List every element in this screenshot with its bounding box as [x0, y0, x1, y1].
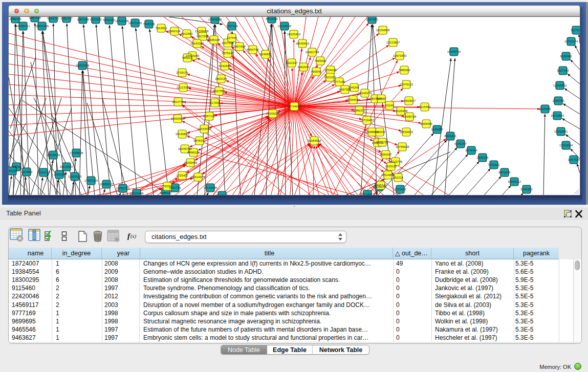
svg-text:2867608: 2867608	[233, 45, 246, 48]
svg-text:1615112: 1615112	[385, 165, 398, 168]
svg-text:16245374: 16245374	[358, 92, 372, 95]
svg-text:1145194: 1145194	[54, 173, 66, 176]
svg-text:9699695: 9699695	[420, 122, 432, 125]
svg-text:1725402: 1725402	[176, 174, 188, 177]
svg-text:12903135: 12903135	[68, 175, 82, 178]
svg-text:20975867: 20975867	[60, 165, 74, 168]
svg-text:19166825: 19166825	[176, 133, 189, 136]
svg-text:8215955: 8215955	[539, 107, 551, 111]
svg-text:7515536: 7515536	[143, 23, 155, 26]
svg-text:8454749: 8454749	[247, 48, 259, 51]
svg-text:1733426: 1733426	[394, 188, 406, 191]
svg-text:(x): (x)	[130, 233, 137, 239]
svg-text:10025438: 10025438	[394, 110, 408, 113]
svg-text:18300295: 18300295	[266, 112, 280, 115]
svg-text:9529966: 9529966	[560, 55, 572, 58]
svg-text:8660124: 8660124	[168, 30, 181, 33]
svg-text:9195141: 9195141	[375, 184, 387, 187]
svg-text:16961758: 16961758	[306, 51, 319, 54]
svg-text:1322037: 1322037	[286, 61, 298, 64]
svg-text:20364436: 20364436	[346, 98, 360, 101]
svg-text:16914479: 16914479	[191, 176, 205, 179]
svg-text:920309: 920309	[375, 130, 385, 134]
svg-text:9327508: 9327508	[222, 41, 234, 45]
svg-text:1440995: 1440995	[431, 128, 443, 131]
svg-text:1483718: 1483718	[29, 17, 41, 19]
svg-text:12213369: 12213369	[177, 86, 190, 89]
svg-text:19716485: 19716485	[204, 186, 217, 189]
svg-text:10719155: 10719155	[115, 19, 129, 23]
svg-text:9146821: 9146821	[259, 53, 272, 56]
svg-text:1117213: 1117213	[571, 29, 580, 32]
svg-text:16648764: 16648764	[447, 50, 461, 53]
svg-text:6379197: 6379197	[454, 142, 467, 145]
svg-text:1244415: 1244415	[552, 99, 564, 102]
svg-text:15692901: 15692901	[554, 130, 568, 133]
svg-text:20891406: 20891406	[35, 25, 49, 28]
svg-text:12093862: 12093862	[553, 84, 567, 87]
svg-text:19654923: 19654923	[400, 130, 413, 134]
svg-text:9084067: 9084067	[380, 153, 392, 156]
svg-text:9227343: 9227343	[557, 69, 569, 72]
svg-text:1072719: 1072719	[376, 141, 388, 144]
svg-text:417006: 417006	[210, 101, 221, 104]
svg-text:13226058: 13226058	[195, 30, 209, 33]
svg-text:15751074: 15751074	[564, 40, 578, 43]
svg-text:1087319: 1087319	[77, 18, 89, 21]
svg-text:8938923: 8938923	[444, 135, 456, 138]
svg-text:9327503: 9327503	[197, 35, 209, 38]
svg-text:9245652: 9245652	[520, 188, 533, 191]
svg-text:3875645: 3875645	[222, 52, 234, 55]
svg-text:1167534: 1167534	[568, 158, 580, 161]
svg-text:9088217: 9088217	[160, 191, 172, 194]
svg-text:16210643: 16210643	[551, 114, 564, 117]
svg-text:7485063: 7485063	[398, 69, 410, 72]
svg-text:8471676: 8471676	[498, 171, 511, 174]
svg-text:10756928: 10756928	[396, 145, 409, 148]
svg-text:7663822: 7663822	[155, 27, 167, 30]
svg-text:1421022: 1421022	[324, 76, 336, 79]
svg-text:17016504: 17016504	[559, 144, 573, 147]
svg-text:19384554: 19384554	[308, 139, 321, 142]
svg-text:16154808: 16154808	[376, 29, 390, 32]
svg-text:2803144: 2803144	[215, 77, 227, 80]
svg-text:7955812: 7955812	[314, 59, 326, 62]
svg-text:9242848: 9242848	[219, 64, 231, 68]
svg-text:8912954: 8912954	[181, 32, 193, 35]
svg-text:2087682: 2087682	[366, 18, 378, 21]
svg-text:16053809: 16053809	[208, 18, 222, 21]
svg-text:1115682: 1115682	[21, 170, 33, 173]
svg-text:8813054: 8813054	[266, 17, 278, 20]
svg-text:10973493: 10973493	[393, 54, 407, 57]
svg-text:19218506: 19218506	[278, 25, 292, 28]
svg-text:12342737: 12342737	[37, 171, 51, 174]
svg-text:8562113: 8562113	[216, 194, 229, 195]
svg-text:10224817: 10224817	[361, 193, 375, 195]
svg-text:12323468: 12323468	[130, 192, 144, 195]
svg-text:9474444: 9474444	[465, 149, 477, 152]
svg-text:39154: 39154	[9, 169, 17, 172]
svg-text:252214: 252214	[393, 176, 404, 179]
svg-text:735061: 735061	[11, 165, 22, 168]
svg-text:16325419: 16325419	[287, 33, 301, 36]
svg-text:10654983: 10654983	[171, 117, 185, 120]
svg-text:9193712: 9193712	[47, 17, 59, 20]
svg-text:1810755: 1810755	[172, 100, 184, 103]
svg-text:16782759: 16782759	[116, 187, 130, 190]
svg-text:7357224: 7357224	[226, 25, 238, 28]
svg-text:20053346: 20053346	[76, 64, 90, 67]
svg-text:8267130: 8267130	[203, 115, 215, 118]
svg-text:2935114: 2935114	[477, 156, 489, 159]
svg-text:9878342: 9878342	[193, 139, 206, 142]
svg-text:14055712: 14055712	[16, 25, 30, 28]
svg-text:6497503: 6497503	[339, 88, 351, 91]
svg-text:899044: 899044	[311, 70, 322, 73]
svg-text:10654112: 10654112	[508, 180, 521, 183]
svg-text:76254: 76254	[163, 185, 172, 188]
svg-text:18724007: 18724007	[288, 105, 301, 108]
svg-text:2281337: 2281337	[60, 17, 73, 20]
svg-text:7632621: 7632621	[488, 163, 500, 166]
svg-text:14463627: 14463627	[402, 99, 416, 102]
svg-text:907487: 907487	[376, 97, 387, 100]
svg-text:10958107: 10958107	[100, 183, 114, 186]
